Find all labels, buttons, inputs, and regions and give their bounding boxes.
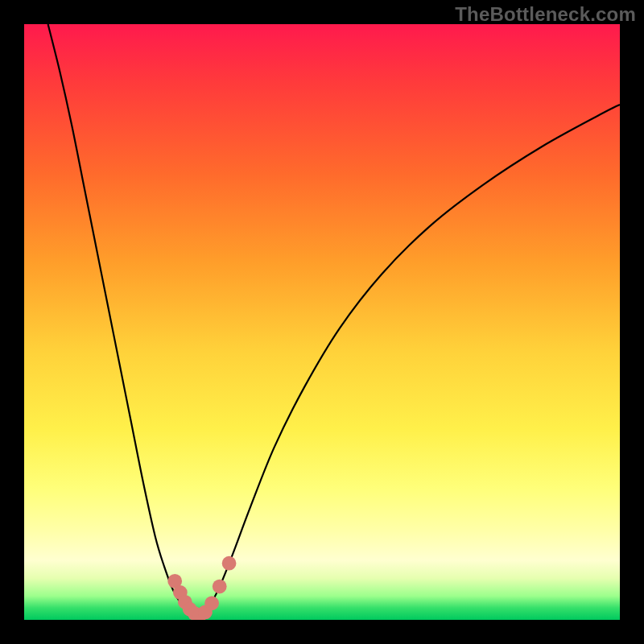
marker-dot [204, 596, 219, 610]
curve-right [197, 105, 620, 617]
watermark-text: TheBottleneck.com [455, 3, 636, 26]
marker-dot [213, 580, 227, 594]
plot-area [24, 24, 620, 620]
marker-dot [222, 556, 237, 571]
marker-dots [167, 556, 236, 620]
curve-layer [24, 24, 620, 620]
chart-frame: TheBottleneck.com [0, 0, 644, 644]
curve-left [48, 24, 197, 617]
